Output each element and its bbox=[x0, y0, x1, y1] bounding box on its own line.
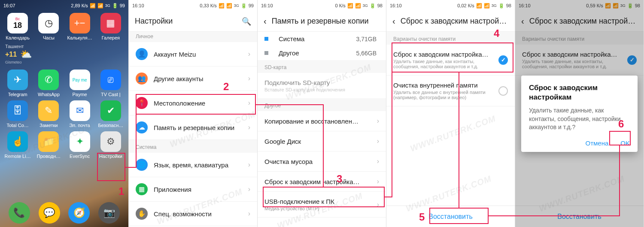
checkbox-factory-reset[interactable] bbox=[498, 55, 508, 65]
signal-icon: 📶 bbox=[226, 3, 232, 9]
status-time: 16:10 bbox=[261, 3, 273, 8]
statusbar: 16:10 0,02 К/s 📶📶 3G 🔋 98 bbox=[386, 0, 515, 11]
status-bat: 99 bbox=[249, 3, 254, 8]
app-icon-часы[interactable]: ◷Часы bbox=[34, 13, 63, 40]
signal-icon: 📶 bbox=[355, 3, 361, 9]
app-icon-remote-li-[interactable]: ☝Remote Li… bbox=[3, 131, 32, 159]
settings-row[interactable]: ☁Память и резервные копии› bbox=[129, 115, 257, 140]
connector-5-6 bbox=[489, 215, 620, 216]
storage-row: Другое5,66GB bbox=[258, 46, 386, 60]
app-icon-галерея[interactable]: ▦Галерея bbox=[97, 13, 125, 40]
status-bat: 98 bbox=[377, 3, 383, 8]
app-icon-календарь[interactable]: Вс18Календарь bbox=[3, 13, 32, 40]
app-icon-эл-почта[interactable]: ✉Эл. почта bbox=[66, 100, 94, 128]
status-bat: 99 bbox=[120, 3, 125, 8]
watermark: WWW.RUTERK.COM bbox=[409, 114, 497, 154]
app-icon-total-co-[interactable]: 🗄Total Co… bbox=[3, 100, 32, 128]
chevron-right-icon: › bbox=[248, 124, 250, 131]
memory-row[interactable]: USB-подключение к ПКМедиа-устройство (MT… bbox=[258, 192, 386, 218]
dock-messages-icon[interactable]: 💬 bbox=[39, 202, 60, 224]
page-title: Сброс к заводским настрой… bbox=[401, 17, 507, 26]
settings-row[interactable]: 👤Аккаунт Meizu› bbox=[129, 42, 257, 67]
dialog-ok-button[interactable]: OK bbox=[620, 139, 630, 147]
app-icon-telegram[interactable]: ✈Telegram bbox=[3, 70, 32, 97]
checkbox-clear-internal[interactable] bbox=[498, 86, 508, 96]
connector-1-2 bbox=[125, 167, 137, 168]
memory-row[interactable]: Очистка мусора› bbox=[258, 151, 386, 172]
screen-homescreen: 16:07 2,89 К/s 📶 📶 3G 🔋 99 Вс18Календарь… bbox=[0, 0, 129, 227]
app-icon-настройки[interactable]: ⚙Настройки bbox=[97, 131, 125, 159]
sim-icon: 📶 bbox=[219, 3, 225, 9]
signal-icon: 📶 bbox=[484, 3, 490, 9]
status-time: 16:10 bbox=[390, 3, 402, 8]
home-row-4: ☝Remote Li…📁Проводн…✦EverSync⚙Настройки bbox=[0, 130, 128, 160]
settings-row[interactable]: 🌐Язык, время, клавиатура› bbox=[129, 153, 257, 177]
memory-row[interactable]: Google Диск› bbox=[258, 131, 386, 151]
step-label-3: 3 bbox=[337, 173, 342, 185]
statusbar: 16:07 2,89 К/s 📶 📶 3G 🔋 99 bbox=[0, 0, 128, 11]
dock: 📞 💬 🧭 📷 bbox=[0, 202, 128, 224]
screen-memory-backup: 16:10 0 К/s 📶📶 3G 🔋 98 ‹ Память и резерв… bbox=[258, 0, 386, 227]
status-bat: 98 bbox=[506, 3, 511, 8]
weather-icon: ⛅ bbox=[20, 49, 32, 60]
connector-1-2 bbox=[136, 106, 137, 168]
settings-row[interactable]: 📍Местоположение› bbox=[129, 91, 257, 115]
app-icon-проводн-[interactable]: 📁Проводн… bbox=[34, 131, 63, 159]
connector-4-5 bbox=[459, 73, 459, 208]
chevron-right-icon: › bbox=[248, 50, 250, 58]
step-label-1: 1 bbox=[118, 185, 124, 197]
app-icon-заметки[interactable]: ✎Заметки bbox=[34, 100, 63, 128]
sim-icon: 📶 bbox=[347, 3, 353, 9]
search-icon[interactable]: 🔍 bbox=[242, 17, 251, 26]
home-row-1: Вс18Календарь◷Часы+−Калькуля…▦Галерея bbox=[0, 11, 128, 42]
battery-icon: 🔋 bbox=[370, 3, 376, 9]
status-net: 0,33 К/s bbox=[200, 3, 216, 8]
dock-camera-icon[interactable]: 📷 bbox=[98, 202, 120, 224]
dialog-cancel-button[interactable]: Отмена bbox=[585, 139, 608, 147]
statusbar: 16:10 0 К/s 📶📶 3G 🔋 98 bbox=[258, 0, 386, 11]
app-icon-whatsapp[interactable]: ✆WhatsApp bbox=[34, 70, 63, 97]
chevron-right-icon: › bbox=[377, 157, 379, 165]
dock-phone-icon[interactable]: 📞 bbox=[9, 202, 30, 224]
chevron-right-icon: › bbox=[248, 210, 250, 218]
network-type-icon: 3G bbox=[234, 3, 239, 8]
sd-title: Подключить SD-карту bbox=[264, 79, 379, 86]
opt1-sub: Удалить такие данные, как контакты, сооб… bbox=[393, 59, 492, 69]
app-icon-payme[interactable]: Pay mePayme bbox=[66, 70, 94, 97]
app-icon-eversync[interactable]: ✦EverSync bbox=[66, 131, 94, 159]
dock-browser-icon[interactable]: 🧭 bbox=[68, 202, 90, 224]
app-icon-калькуля-[interactable]: +−Калькуля… bbox=[66, 13, 94, 40]
opt1-title: Сброс к заводским настройка… bbox=[393, 51, 492, 58]
connector-5-6 bbox=[619, 145, 620, 216]
weather-city: Ташкент bbox=[5, 44, 123, 49]
step-label-5: 5 bbox=[419, 211, 425, 223]
status-net: 0,02 К/s bbox=[457, 3, 474, 8]
confirmation-dialog: Сброс к заводским настройкам Удалить так… bbox=[521, 76, 638, 152]
memory-row[interactable]: Сброс к заводским настройка…› bbox=[258, 172, 386, 192]
chevron-right-icon: › bbox=[248, 185, 250, 193]
chevron-right-icon: › bbox=[377, 178, 379, 185]
back-button[interactable]: ‹ bbox=[392, 16, 395, 26]
connector-2-3 bbox=[256, 104, 324, 105]
settings-row[interactable]: ▦Приложения› bbox=[129, 177, 257, 202]
row-factory-reset[interactable]: Сброс к заводским настройка… Удалить так… bbox=[386, 45, 515, 76]
row-icon: 📍 bbox=[136, 97, 148, 109]
settings-row[interactable]: ✋Спец. возможности› bbox=[129, 202, 257, 226]
section-system: Система bbox=[129, 140, 257, 153]
network-type-icon: 3G bbox=[363, 3, 368, 8]
settings-row[interactable]: 👥Другие аккаунты› bbox=[129, 67, 257, 91]
back-button[interactable]: ‹ bbox=[264, 16, 267, 26]
row-clear-internal[interactable]: Очистка внутренней памяти Удалить все да… bbox=[386, 76, 515, 106]
memory-row[interactable]: Копирование и восстановлен…› bbox=[258, 111, 386, 131]
app-icon-безопасн-[interactable]: ✔Безопасн… bbox=[97, 100, 125, 128]
app-icon-tv-cast-[interactable]: ⎚TV Cast | bbox=[97, 70, 125, 97]
chevron-right-icon: › bbox=[248, 99, 250, 107]
step-label-6: 6 bbox=[618, 118, 624, 130]
dialog-title: Сброс к заводским настройкам bbox=[529, 83, 630, 102]
restore-button[interactable]: Восстановить bbox=[386, 206, 515, 227]
weather-widget[interactable]: Ташкент +11 ⛅ Gismeteo bbox=[5, 44, 123, 64]
sim-icon: 📶 bbox=[476, 3, 482, 9]
row-icon: ▦ bbox=[136, 183, 148, 195]
battery-icon: 🔋 bbox=[498, 3, 504, 9]
sd-sub: Вставьте SD-карту для подключения bbox=[264, 87, 379, 92]
